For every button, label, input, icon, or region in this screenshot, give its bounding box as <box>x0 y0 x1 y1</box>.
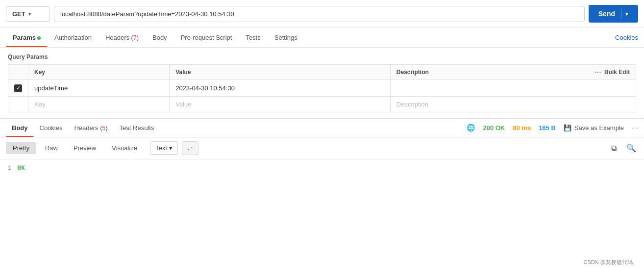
empty-description[interactable]: Description <box>390 96 636 112</box>
pretty-button[interactable]: Pretty <box>6 142 36 154</box>
tab-body[interactable]: Body <box>146 28 174 47</box>
query-params-title: Query Params <box>8 54 636 60</box>
th-description: Description ··· Bulk Edit <box>390 65 636 80</box>
bulk-edit-button[interactable]: ··· Bulk Edit <box>595 69 630 76</box>
status-badge: 200 OK <box>483 124 505 132</box>
preview-button[interactable]: Preview <box>67 142 103 154</box>
save-icon: 💾 <box>564 124 571 132</box>
format-bar-actions: ⧉ 🔍 <box>609 141 638 155</box>
row-checkbox-cell[interactable]: ✓ <box>8 80 28 97</box>
query-params-section: Query Params Key Value Description ··· B… <box>0 48 644 114</box>
line-number-1: 1 <box>8 165 11 172</box>
response-time: 80 ms <box>513 124 531 132</box>
resp-tab-headers[interactable]: Headers (5) <box>68 119 113 137</box>
method-selector[interactable]: GET ▾ <box>6 6 50 22</box>
globe-icon: 🌐 <box>467 124 475 132</box>
search-icon: 🔍 <box>626 144 636 152</box>
params-table: Key Value Description ··· Bulk Edit ✓ <box>8 64 636 112</box>
format-bar: Pretty Raw Preview Visualize Text ▾ ⇌ ⧉ … <box>0 137 644 160</box>
checkbox-checked-icon: ✓ <box>14 84 22 92</box>
more-options-icon[interactable]: ⋯ <box>632 124 638 132</box>
response-tabs: Body Cookies Headers (5) Test Results 🌐 … <box>0 119 644 137</box>
params-dot <box>37 36 41 40</box>
visualize-button[interactable]: Visualize <box>105 142 144 154</box>
copy-icon: ⧉ <box>611 144 617 152</box>
tab-headers[interactable]: Headers (7) <box>99 28 146 47</box>
th-value: Value <box>170 65 391 80</box>
row-key[interactable]: updateTime <box>28 80 170 97</box>
send-dropdown-icon: ▾ <box>625 11 628 17</box>
table-row: ✓ updateTime 2023-04-30 10:54:30 <box>8 80 636 97</box>
resp-tab-body[interactable]: Body <box>6 119 34 137</box>
tab-settings[interactable]: Settings <box>268 28 304 47</box>
wrap-icon: ⇌ <box>187 144 193 152</box>
table-row-empty: Key Value Description <box>8 96 636 112</box>
empty-key[interactable]: Key <box>28 96 170 112</box>
tab-tests[interactable]: Tests <box>239 28 267 47</box>
headers-badge: 7 <box>133 34 137 41</box>
method-chevron-icon: ▾ <box>28 11 31 17</box>
send-label: Send <box>598 10 621 18</box>
tab-prerequest[interactable]: Pre-request Script <box>174 28 239 47</box>
save-example-button[interactable]: 💾 Save as Example <box>564 124 624 132</box>
th-checkbox <box>8 65 28 80</box>
response-meta: 🌐 200 OK 80 ms 165 B 💾 Save as Example ⋯ <box>467 124 638 132</box>
response-body: 10K <box>0 160 644 177</box>
method-label: GET <box>12 10 25 18</box>
th-key: Key <box>28 65 170 80</box>
row-value[interactable]: 2023-04-30 10:54:30 <box>170 80 391 97</box>
text-format-chevron-icon: ▾ <box>169 144 173 152</box>
text-format-select[interactable]: Text ▾ <box>150 141 178 155</box>
resp-headers-badge: 5 <box>102 125 106 132</box>
send-button[interactable]: Send ▾ <box>589 5 638 23</box>
request-tabs: Params Authorization Headers (7) Body Pr… <box>0 28 644 48</box>
url-input[interactable] <box>54 6 585 22</box>
resp-tab-cookies[interactable]: Cookies <box>34 119 69 137</box>
url-bar: GET ▾ Send ▾ <box>0 0 644 28</box>
row-description[interactable] <box>390 80 636 97</box>
tab-authorization[interactable]: Authorization <box>48 28 99 47</box>
wrap-button[interactable]: ⇌ <box>182 141 198 155</box>
resp-tab-testresults[interactable]: Test Results <box>114 119 160 137</box>
cookies-link[interactable]: Cookies <box>615 34 638 41</box>
copy-button[interactable]: ⧉ <box>609 141 619 155</box>
raw-button[interactable]: Raw <box>38 142 65 154</box>
tab-params[interactable]: Params <box>6 28 48 47</box>
empty-value[interactable]: Value <box>170 96 391 112</box>
more-icon: ··· <box>595 69 601 76</box>
response-line-1: 0K <box>17 164 25 172</box>
response-section: Body Cookies Headers (5) Test Results 🌐 … <box>0 118 644 177</box>
search-button[interactable]: 🔍 <box>624 141 638 155</box>
response-size: 165 B <box>539 124 556 132</box>
